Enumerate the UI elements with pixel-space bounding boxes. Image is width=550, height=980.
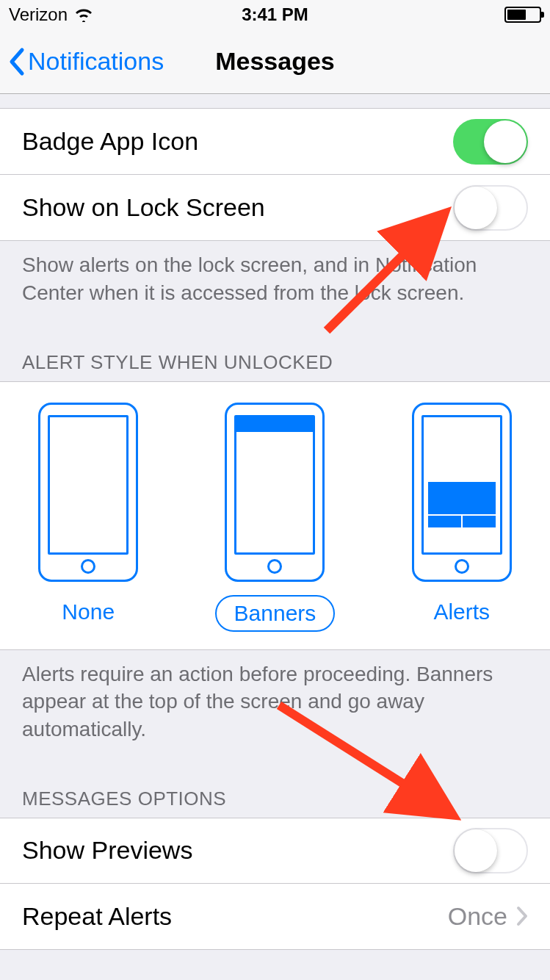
row-show-lock-screen[interactable]: Show on Lock Screen xyxy=(0,175,550,241)
alert-style-banners[interactable]: Banners xyxy=(215,403,336,632)
row-badge-app-icon[interactable]: Badge App Icon xyxy=(0,109,550,175)
carrier-label: Verizon xyxy=(9,4,68,25)
group-notifications: Badge App Icon Show on Lock Screen Show … xyxy=(0,109,550,329)
alert-style-chooser: None Banners Alerts xyxy=(0,381,550,650)
header-messages-options: MESSAGES OPTIONS xyxy=(0,765,550,818)
repeat-alerts-value: Once xyxy=(448,902,507,931)
style-label-none: None xyxy=(44,595,132,629)
toggle-show-previews[interactable] xyxy=(453,828,528,873)
back-label: Notifications xyxy=(28,47,164,76)
alert-style-none[interactable]: None xyxy=(38,403,138,632)
toggle-show-lock-screen[interactable] xyxy=(453,185,528,231)
style-label-alerts: Alerts xyxy=(416,595,507,629)
row-label: Badge App Icon xyxy=(22,127,198,156)
status-carrier-group: Verizon xyxy=(9,4,94,25)
wifi-icon xyxy=(73,7,94,22)
footer-lock-screen: Show alerts on the lock screen, and in N… xyxy=(0,241,550,329)
chevron-right-icon xyxy=(516,906,528,926)
style-label-banners: Banners xyxy=(215,595,336,632)
alert-style-alerts[interactable]: Alerts xyxy=(412,403,512,632)
row-value: Once xyxy=(448,902,528,931)
phone-icon-banners xyxy=(225,403,325,582)
status-bar: Verizon 3:41 PM xyxy=(0,0,550,29)
phone-icon-alerts xyxy=(412,403,512,582)
scroll-sliver xyxy=(0,94,550,109)
phone-icon-none xyxy=(38,403,138,582)
header-alert-style: ALERT STYLE WHEN UNLOCKED xyxy=(0,329,550,381)
row-label: Show on Lock Screen xyxy=(22,193,265,222)
back-button[interactable]: Notifications xyxy=(7,47,164,76)
toggle-badge-app-icon[interactable] xyxy=(453,119,528,165)
battery-icon xyxy=(504,7,541,23)
row-label: Show Previews xyxy=(22,836,192,865)
chevron-left-icon xyxy=(7,47,25,76)
group-messages-options: Show Previews Repeat Alerts Once xyxy=(0,818,550,950)
row-show-previews[interactable]: Show Previews xyxy=(0,818,550,884)
footer-alerts: Alerts require an action before proceedi… xyxy=(0,650,550,765)
row-repeat-alerts[interactable]: Repeat Alerts Once xyxy=(0,884,550,950)
row-label: Repeat Alerts xyxy=(22,902,172,931)
nav-bar: Notifications Messages xyxy=(0,29,550,94)
